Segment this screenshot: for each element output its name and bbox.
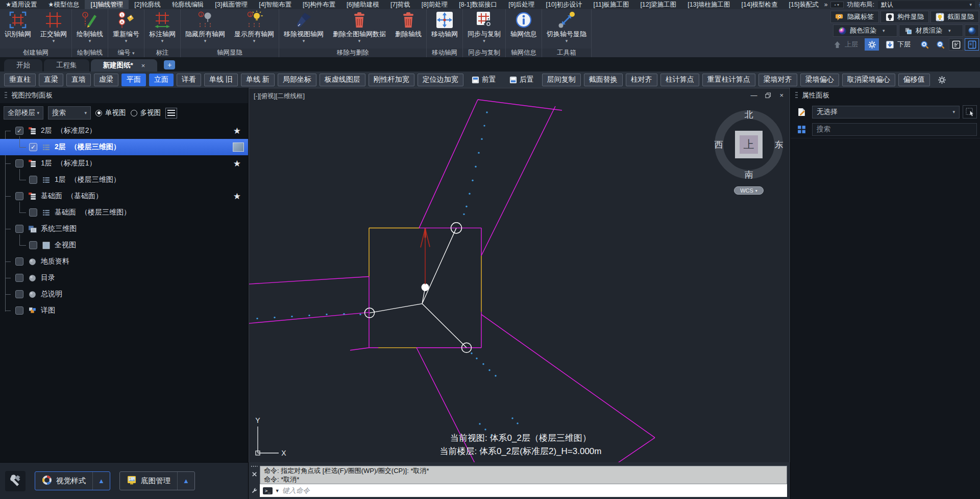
pencil-page-icon[interactable] xyxy=(794,105,809,118)
tree-item-2[interactable]: 1层（标准层1）★ xyxy=(0,155,248,172)
checkbox[interactable] xyxy=(29,176,37,184)
quick-button-6[interactable]: 详看 xyxy=(177,74,201,86)
ribbon-group-name[interactable]: 轴网信息 xyxy=(506,49,542,57)
tree-item-9[interactable]: 目录 xyxy=(0,270,248,286)
view-thumbnail-icon[interactable] xyxy=(233,142,244,152)
ribbon-button-4-0[interactable]: 1隐藏所有轴网▾ xyxy=(181,9,230,49)
quick-button-11[interactable]: 刚性杆加宽 xyxy=(369,74,414,86)
ribbon-button-8-0[interactable]: 轴网信息 xyxy=(506,9,542,49)
close-icon[interactable]: × xyxy=(779,91,783,99)
wcs-selector[interactable]: WCS ▾ xyxy=(734,186,764,195)
tree-item-8[interactable]: 地质资料 xyxy=(0,253,248,270)
arrow-up-icon[interactable]: ▲ xyxy=(177,472,194,490)
ribbon-group-name[interactable]: 创建轴网 xyxy=(0,49,71,57)
quick-button-13[interactable]: 前置 xyxy=(467,74,501,86)
menu-tab-9[interactable]: [7]荷载 xyxy=(385,0,416,9)
menu-tab-13[interactable]: [10]初步设计 xyxy=(541,0,588,9)
ribbon-button-0-0[interactable]: 识别轴网 xyxy=(0,9,36,49)
side-panel-button[interactable] xyxy=(965,38,979,51)
menu-tab-3[interactable]: [2]轮廓线 xyxy=(129,0,166,9)
menu-tab-0[interactable]: ★通用设置 xyxy=(0,0,42,9)
color-render-button[interactable]: 颜色渲染 ▾ xyxy=(833,25,897,37)
cmd-wrench-icon[interactable] xyxy=(251,487,258,496)
ribbon-group-name[interactable]: 绘制轴线 xyxy=(72,49,108,57)
floor-filter-select[interactable]: 全部楼层 ▾ xyxy=(4,106,43,120)
lower-floor-button[interactable]: 下层 xyxy=(880,38,916,51)
checkbox[interactable] xyxy=(15,290,23,298)
menu-tab-17[interactable]: [14]模型检查 xyxy=(736,0,783,9)
minimize-icon[interactable]: — xyxy=(750,91,757,99)
zoom-out-button[interactable] xyxy=(933,38,947,51)
grid-blue-icon[interactable] xyxy=(794,123,809,136)
render-sphere-button[interactable] xyxy=(965,25,979,37)
quick-button-3[interactable]: 虚梁 xyxy=(94,74,118,86)
ribbon-button-5-2[interactable]: 删除轴线 xyxy=(390,9,426,49)
quick-button-22[interactable]: 取消梁墙偏心 xyxy=(842,74,895,86)
viewport-label[interactable]: [-][俯视][二维线框] xyxy=(254,92,305,101)
compass-east[interactable]: 东 xyxy=(775,139,783,151)
checkbox[interactable] xyxy=(29,208,37,217)
tree-item-0[interactable]: ✓2层（标准层2）★ xyxy=(0,123,248,139)
cmd-x-icon[interactable] xyxy=(251,470,258,480)
selection-dropdown[interactable]: 无选择 ▾ xyxy=(812,106,960,118)
doc-tab-0[interactable]: 开始 xyxy=(4,59,42,72)
visual-style-button[interactable]: 视觉样式 ▲ xyxy=(35,471,110,490)
quick-button-4[interactable]: 平面 xyxy=(121,74,146,86)
component-visibility-button[interactable]: 构件显隐 xyxy=(880,11,929,23)
menu-tab-11[interactable]: [8-1]数据接口 xyxy=(453,0,503,9)
drag-grip-icon[interactable] xyxy=(251,466,258,467)
checkbox[interactable] xyxy=(15,225,23,233)
ribbon-button-1-0[interactable]: 1绘制轴线▾ xyxy=(72,9,108,49)
doc-tab-1[interactable]: 工程集 xyxy=(44,59,89,72)
ribbon-group-name[interactable]: 工具箱 xyxy=(542,49,591,57)
quick-button-19[interactable]: 重置柱计算点 xyxy=(702,74,755,86)
menu-tab-14[interactable]: [11]板施工图 xyxy=(587,0,634,9)
star-icon[interactable]: ★ xyxy=(233,126,241,136)
checkbox[interactable]: ✓ xyxy=(15,127,23,135)
ribbon-group-name[interactable]: 编号 ▾ xyxy=(108,49,144,57)
doc-tab-2[interactable]: 新建图纸*× xyxy=(91,59,158,72)
tree-item-7[interactable]: 全视图 xyxy=(0,237,248,253)
menu-tab-8[interactable]: [6]辅助建模 xyxy=(341,0,385,9)
compass-west[interactable]: 西 xyxy=(715,139,723,151)
tree-item-6[interactable]: 系统三维图 xyxy=(0,221,248,237)
ribbon-group-name[interactable]: 移动轴网 xyxy=(427,49,462,57)
view-search-select[interactable]: 搜索 ▾ xyxy=(48,106,91,120)
quick-button-9[interactable]: 局部坐标 xyxy=(278,74,316,86)
quick-button-0[interactable]: 垂直柱 xyxy=(4,74,36,86)
checkbox[interactable] xyxy=(15,274,23,282)
upper-floor-button[interactable]: 上层 xyxy=(828,38,863,51)
ribbon-button-0-1[interactable]: 正交轴网▾ xyxy=(36,9,71,49)
star-icon[interactable]: ★ xyxy=(233,158,241,169)
quick-button-15[interactable]: 层间复制 xyxy=(542,74,581,86)
ribbon-group-name[interactable]: 移除与删除 xyxy=(279,49,426,57)
ribbon-group-name[interactable]: 同步与复制 xyxy=(463,49,505,57)
drawing-viewport[interactable]: [-][俯视][二维线框] — × 北 西 东 南 xyxy=(249,88,790,462)
ribbon-button-6-0[interactable]: 移动轴网 xyxy=(427,9,462,49)
property-search-input[interactable]: 搜索 xyxy=(812,123,977,136)
tree-item-10[interactable]: 总说明 xyxy=(0,286,248,302)
checkbox[interactable] xyxy=(15,257,23,266)
tree-item-11[interactable]: 详图 xyxy=(0,302,248,319)
menu-collapse-button[interactable]: ▪ ▾ xyxy=(830,2,844,8)
menu-tab-2[interactable]: [1]轴线管理 xyxy=(85,0,129,9)
quick-button-23[interactable]: 偏移值 xyxy=(898,74,930,86)
menu-tab-10[interactable]: [8]前处理 xyxy=(416,0,453,9)
floor-settings-button[interactable] xyxy=(865,38,879,51)
quick-button-2[interactable]: 直墙 xyxy=(66,74,91,86)
ribbon-button-5-1[interactable]: 删除全图轴网数据▾ xyxy=(328,9,390,49)
ribbon-button-9-0[interactable]: 切换轴号显隐▾ xyxy=(542,9,591,49)
close-icon[interactable]: × xyxy=(141,62,145,69)
restore-icon[interactable] xyxy=(765,92,771,99)
tree-item-5[interactable]: 基础面（楼层三维图） xyxy=(0,204,248,221)
menu-tab-5[interactable]: [3]截面管理 xyxy=(209,0,253,9)
chevron-down-icon[interactable]: ▼ xyxy=(275,488,280,493)
compass-south[interactable]: 南 xyxy=(745,169,753,181)
quick-button-20[interactable]: 梁墙对齐 xyxy=(758,74,797,86)
menu-tab-12[interactable]: [9]后处理 xyxy=(503,0,540,9)
new-tab-button[interactable]: + xyxy=(164,60,175,69)
tree-item-4[interactable]: 基础面（基础面）★ xyxy=(0,188,248,204)
ribbon-button-3-0[interactable]: 标注轴网▾ xyxy=(144,9,180,49)
quick-button-10[interactable]: 板虚线图层 xyxy=(320,74,365,86)
zoom-in-button[interactable] xyxy=(917,38,932,51)
